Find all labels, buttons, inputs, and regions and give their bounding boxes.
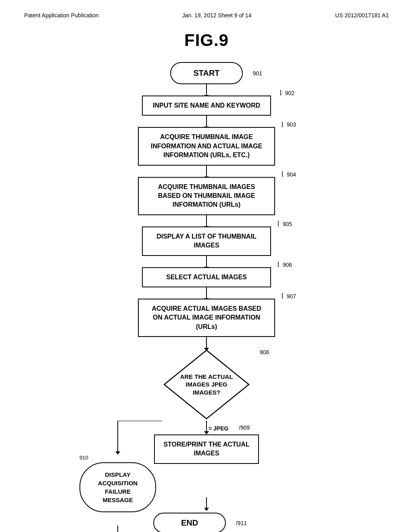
step905-shape: DISPLAY A LIST OF THUMBNAIL IMAGES (142, 227, 271, 256)
svg-text:/909: /909 (239, 424, 250, 431)
end-num: /911 (236, 520, 247, 526)
step902-shape: INPUT SITE NAME AND KEYWORD (142, 96, 271, 116)
start-shape: START (170, 62, 243, 84)
svg-marker-8 (204, 431, 209, 434)
step902-num: 902 (278, 90, 294, 97)
header-center: Jan. 19, 2012 Sheet 9 of 14 (182, 12, 252, 19)
header-right: US 2012/0017181 A1 (335, 12, 389, 19)
step903-num: 903 (280, 121, 296, 129)
step907-shape: ACQUIRE ACTUAL IMAGES BASED ON ACTUAL IM… (138, 299, 275, 337)
end-shape: END (153, 513, 226, 532)
right-branch: STORE/PRINT THE ACTUAL IMAGES (154, 434, 259, 464)
svg-text:= JPEG: = JPEG (209, 425, 229, 432)
step903-shape: ACQUIRE THUMBNAIL IMAGE INFORMATION AND … (138, 127, 275, 165)
arrow-7 (206, 337, 207, 348)
start-num: 901 (253, 70, 262, 77)
step906-shape: SELECT ACTUAL IMAGES (142, 267, 271, 287)
arrow-1 (206, 84, 207, 96)
figure-title: FIG.9 (0, 31, 413, 50)
header-left: Patent Application Publication (24, 12, 98, 19)
arrow-6 (206, 287, 207, 299)
svg-marker-20 (204, 508, 209, 511)
left-branch: 910 DISPLAY ACQUISITION FAILURE MESSAGE (79, 455, 156, 512)
flowchart: START 901 INPUT SITE NAME AND KEYWORD 90… (0, 62, 413, 532)
arrow-4 (206, 215, 207, 227)
diamond-908: ARE THE ACTUAL IMAGES JPEG IMAGES? (162, 348, 251, 421)
step904-shape: ACQUIRE THUMBNAIL IMAGES BASED ON THUMBN… (138, 177, 275, 215)
step906-num: 906 (275, 262, 292, 269)
diamond-908-num: 908 (260, 349, 269, 355)
left-shape: DISPLAY ACQUISITION FAILURE MESSAGE (79, 462, 156, 512)
right-shape: STORE/PRINT THE ACTUAL IMAGES (154, 434, 259, 464)
arrow-5 (206, 256, 207, 267)
page-header: Patent Application Publication Jan. 19, … (0, 0, 413, 23)
end-container: END /911 (153, 513, 226, 532)
left-num: 910 (79, 455, 88, 461)
arrow-2 (206, 116, 207, 127)
step905-num: 905 (275, 221, 292, 228)
svg-marker-11 (115, 451, 120, 455)
arrow-3 (206, 166, 207, 177)
diamond-908-text: ARE THE ACTUAL IMAGES JPEG IMAGES? (174, 373, 239, 397)
step907-num: 907 (280, 293, 296, 300)
step904-num: 904 (280, 171, 296, 179)
